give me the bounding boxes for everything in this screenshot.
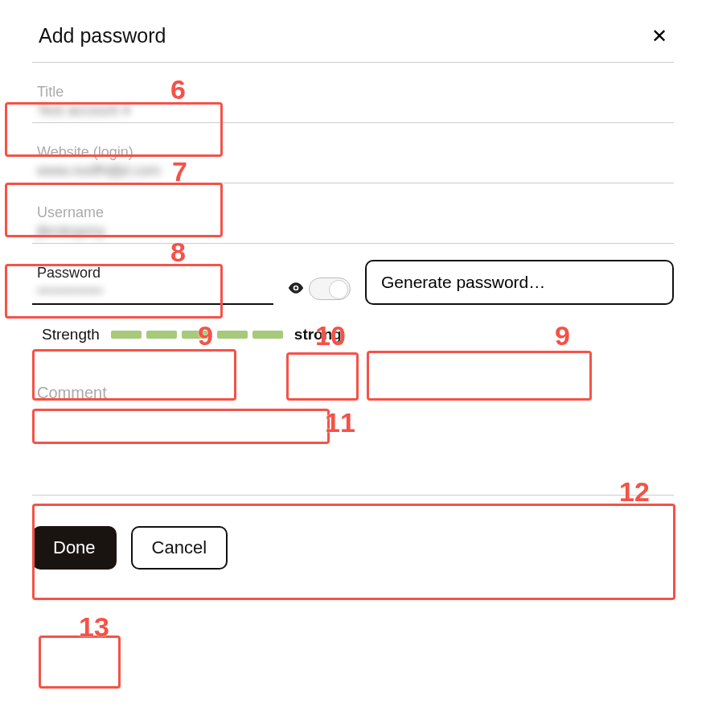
strength-value: strong: [294, 326, 342, 343]
website-field[interactable]: Website (login) www.nodfhljfjd.com: [32, 144, 674, 183]
password-value: •••••••••••••: [37, 283, 103, 300]
strength-bar: [182, 331, 212, 339]
website-label: Website (login): [37, 144, 674, 161]
generate-password-button[interactable]: Generate password…: [365, 260, 674, 305]
website-value: www.nodfhljfjd.com: [37, 162, 161, 179]
comment-label: Comment: [37, 384, 674, 402]
password-label: Password: [37, 265, 273, 282]
strength-bar: [146, 331, 177, 339]
close-icon[interactable]: ✕: [651, 27, 667, 46]
strength-bar: [217, 331, 248, 339]
title-field[interactable]: Title Test account 4: [32, 84, 674, 123]
dialog-actions: Done Cancel: [32, 526, 674, 570]
title-value: Test account 4: [37, 102, 130, 119]
strength-bar: [111, 331, 142, 339]
comment-textarea[interactable]: [32, 407, 674, 496]
strength-indicator: Strength strong: [32, 319, 674, 350]
add-password-dialog: Add password ✕ Title Test account 4 Webs…: [0, 0, 706, 602]
strength-bar: [252, 331, 283, 339]
username-label: Username: [37, 204, 674, 221]
reveal-password-toggle[interactable]: [288, 278, 351, 305]
strength-label: Strength: [42, 326, 100, 343]
password-field[interactable]: Password •••••••••••••: [32, 265, 273, 305]
comment-field-block: Comment: [32, 384, 674, 499]
annotation-box-13: [39, 635, 121, 689]
dialog-title: Add password: [39, 24, 166, 47]
eye-icon: [288, 281, 304, 298]
done-button[interactable]: Done: [32, 526, 117, 570]
cancel-button[interactable]: Cancel: [131, 526, 228, 570]
username-value: jlkmkopmy: [37, 223, 105, 240]
title-label: Title: [37, 84, 674, 101]
username-field[interactable]: Username jlkmkopmy: [32, 204, 674, 244]
dialog-header: Add password ✕: [32, 16, 674, 63]
svg-point-0: [294, 286, 297, 289]
annotation-number-13: 13: [79, 611, 109, 643]
strength-bars: [111, 331, 283, 339]
toggle-switch[interactable]: [309, 278, 351, 300]
password-row: Password ••••••••••••• Generate password…: [32, 260, 674, 305]
